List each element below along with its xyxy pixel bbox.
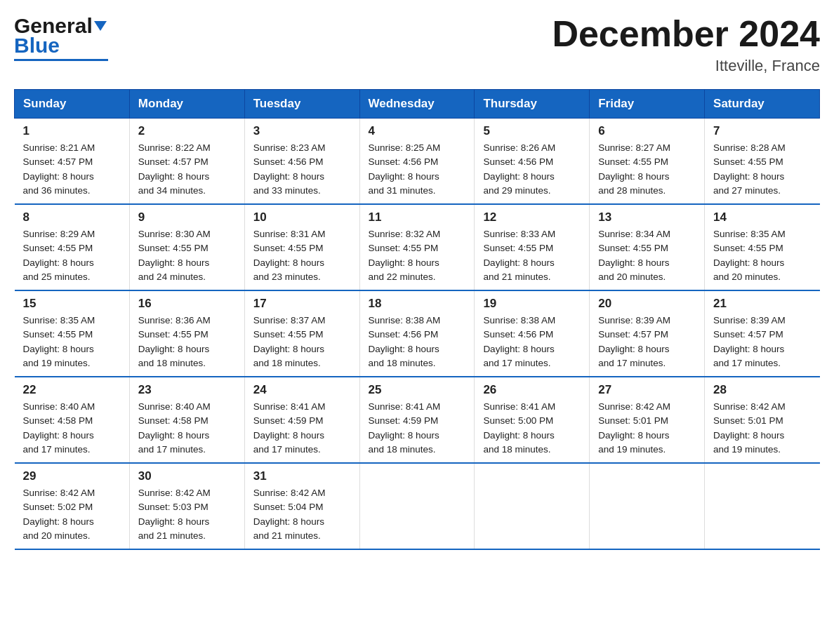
col-monday: Monday	[129, 90, 244, 119]
day-info: Sunrise: 8:34 AM Sunset: 4:55 PM Dayligh…	[598, 227, 696, 284]
month-title: December 2024	[552, 14, 820, 54]
day-info: Sunrise: 8:27 AM Sunset: 4:55 PM Dayligh…	[598, 141, 696, 198]
calendar-wrapper: Sunday Monday Tuesday Wednesday Thursday…	[14, 89, 820, 550]
calendar-cell	[705, 463, 820, 549]
calendar-cell: 5Sunrise: 8:26 AM Sunset: 4:56 PM Daylig…	[475, 119, 590, 205]
calendar-cell: 14Sunrise: 8:35 AM Sunset: 4:55 PM Dayli…	[705, 204, 820, 290]
calendar-cell: 30Sunrise: 8:42 AM Sunset: 5:03 PM Dayli…	[129, 463, 244, 549]
calendar-cell: 18Sunrise: 8:38 AM Sunset: 4:56 PM Dayli…	[359, 290, 475, 377]
day-info: Sunrise: 8:36 AM Sunset: 4:55 PM Dayligh…	[138, 314, 236, 370]
calendar-week-row: 22Sunrise: 8:40 AM Sunset: 4:58 PM Dayli…	[15, 377, 820, 463]
day-info: Sunrise: 8:40 AM Sunset: 4:58 PM Dayligh…	[138, 400, 236, 457]
calendar-cell: 8Sunrise: 8:29 AM Sunset: 4:55 PM Daylig…	[15, 204, 130, 290]
day-number: 12	[483, 210, 581, 224]
day-info: Sunrise: 8:30 AM Sunset: 4:55 PM Dayligh…	[138, 227, 236, 284]
day-number: 19	[483, 297, 581, 311]
calendar-cell: 4Sunrise: 8:25 AM Sunset: 4:56 PM Daylig…	[359, 119, 475, 205]
calendar-cell: 19Sunrise: 8:38 AM Sunset: 4:56 PM Dayli…	[475, 290, 590, 377]
col-tuesday: Tuesday	[244, 90, 359, 119]
calendar-cell: 11Sunrise: 8:32 AM Sunset: 4:55 PM Dayli…	[359, 204, 475, 290]
calendar-week-row: 29Sunrise: 8:42 AM Sunset: 5:02 PM Dayli…	[15, 463, 820, 549]
calendar-cell: 20Sunrise: 8:39 AM Sunset: 4:57 PM Dayli…	[590, 290, 705, 377]
col-saturday: Saturday	[705, 90, 820, 119]
logo-blue-row: Blue	[14, 34, 60, 58]
day-info: Sunrise: 8:25 AM Sunset: 4:56 PM Dayligh…	[369, 141, 466, 198]
day-number: 23	[138, 383, 236, 397]
day-info: Sunrise: 8:41 AM Sunset: 4:59 PM Dayligh…	[369, 400, 466, 457]
calendar-cell: 31Sunrise: 8:42 AM Sunset: 5:04 PM Dayli…	[244, 463, 359, 549]
day-number: 22	[23, 383, 121, 397]
calendar-cell: 15Sunrise: 8:35 AM Sunset: 4:55 PM Dayli…	[15, 290, 130, 377]
day-info: Sunrise: 8:41 AM Sunset: 4:59 PM Dayligh…	[253, 400, 351, 457]
day-number: 29	[23, 469, 121, 483]
day-info: Sunrise: 8:39 AM Sunset: 4:57 PM Dayligh…	[598, 314, 696, 370]
day-number: 28	[713, 383, 811, 397]
day-number: 25	[369, 383, 466, 397]
title-area: December 2024 Itteville, France	[552, 14, 820, 75]
day-info: Sunrise: 8:22 AM Sunset: 4:57 PM Dayligh…	[138, 141, 236, 198]
calendar-cell	[359, 463, 475, 549]
col-thursday: Thursday	[475, 90, 590, 119]
day-info: Sunrise: 8:32 AM Sunset: 4:55 PM Dayligh…	[369, 227, 466, 284]
day-info: Sunrise: 8:29 AM Sunset: 4:55 PM Dayligh…	[23, 227, 121, 284]
day-info: Sunrise: 8:33 AM Sunset: 4:55 PM Dayligh…	[483, 227, 581, 284]
calendar-week-row: 15Sunrise: 8:35 AM Sunset: 4:55 PM Dayli…	[15, 290, 820, 377]
calendar-cell: 2Sunrise: 8:22 AM Sunset: 4:57 PM Daylig…	[129, 119, 244, 205]
day-number: 24	[253, 383, 351, 397]
day-info: Sunrise: 8:41 AM Sunset: 5:00 PM Dayligh…	[483, 400, 581, 457]
calendar-cell: 7Sunrise: 8:28 AM Sunset: 4:55 PM Daylig…	[705, 119, 820, 205]
day-number: 7	[713, 124, 811, 138]
col-friday: Friday	[590, 90, 705, 119]
day-info: Sunrise: 8:35 AM Sunset: 4:55 PM Dayligh…	[713, 227, 811, 284]
calendar-cell: 3Sunrise: 8:23 AM Sunset: 4:56 PM Daylig…	[244, 119, 359, 205]
calendar-cell: 24Sunrise: 8:41 AM Sunset: 4:59 PM Dayli…	[244, 377, 359, 463]
day-number: 30	[138, 469, 236, 483]
calendar-week-row: 1Sunrise: 8:21 AM Sunset: 4:57 PM Daylig…	[15, 119, 820, 205]
day-info: Sunrise: 8:35 AM Sunset: 4:55 PM Dayligh…	[23, 314, 121, 370]
day-number: 17	[253, 297, 351, 311]
day-number: 6	[598, 124, 696, 138]
calendar-table: Sunday Monday Tuesday Wednesday Thursday…	[14, 89, 820, 550]
calendar-cell: 16Sunrise: 8:36 AM Sunset: 4:55 PM Dayli…	[129, 290, 244, 377]
day-number: 21	[713, 297, 811, 311]
calendar-week-row: 8Sunrise: 8:29 AM Sunset: 4:55 PM Daylig…	[15, 204, 820, 290]
calendar-cell: 10Sunrise: 8:31 AM Sunset: 4:55 PM Dayli…	[244, 204, 359, 290]
calendar-cell: 27Sunrise: 8:42 AM Sunset: 5:01 PM Dayli…	[590, 377, 705, 463]
day-number: 2	[138, 124, 236, 138]
day-number: 9	[138, 210, 236, 224]
calendar-cell: 29Sunrise: 8:42 AM Sunset: 5:02 PM Dayli…	[15, 463, 130, 549]
day-info: Sunrise: 8:42 AM Sunset: 5:02 PM Dayligh…	[23, 486, 121, 543]
logo-underline	[14, 59, 108, 61]
day-info: Sunrise: 8:39 AM Sunset: 4:57 PM Dayligh…	[713, 314, 811, 370]
logo-blue: Blue	[14, 34, 60, 58]
day-number: 10	[253, 210, 351, 224]
day-info: Sunrise: 8:38 AM Sunset: 4:56 PM Dayligh…	[483, 314, 581, 370]
calendar-cell	[475, 463, 590, 549]
calendar-body: 1Sunrise: 8:21 AM Sunset: 4:57 PM Daylig…	[15, 119, 820, 550]
col-sunday: Sunday	[15, 90, 130, 119]
page-header: General December 2024 Itteville, France	[14, 14, 820, 75]
day-number: 20	[598, 297, 696, 311]
day-info: Sunrise: 8:42 AM Sunset: 5:01 PM Dayligh…	[598, 400, 696, 457]
calendar-cell: 22Sunrise: 8:40 AM Sunset: 4:58 PM Dayli…	[15, 377, 130, 463]
day-info: Sunrise: 8:42 AM Sunset: 5:03 PM Dayligh…	[138, 486, 236, 543]
calendar-cell: 25Sunrise: 8:41 AM Sunset: 4:59 PM Dayli…	[359, 377, 475, 463]
day-info: Sunrise: 8:23 AM Sunset: 4:56 PM Dayligh…	[253, 141, 351, 198]
calendar-cell: 9Sunrise: 8:30 AM Sunset: 4:55 PM Daylig…	[129, 204, 244, 290]
calendar-cell: 21Sunrise: 8:39 AM Sunset: 4:57 PM Dayli…	[705, 290, 820, 377]
day-number: 27	[598, 383, 696, 397]
day-info: Sunrise: 8:28 AM Sunset: 4:55 PM Dayligh…	[713, 141, 811, 198]
day-info: Sunrise: 8:40 AM Sunset: 4:58 PM Dayligh…	[23, 400, 121, 457]
calendar-cell: 23Sunrise: 8:40 AM Sunset: 4:58 PM Dayli…	[129, 377, 244, 463]
day-number: 14	[713, 210, 811, 224]
calendar-cell: 12Sunrise: 8:33 AM Sunset: 4:55 PM Dayli…	[475, 204, 590, 290]
calendar-cell	[590, 463, 705, 549]
day-number: 8	[23, 210, 121, 224]
day-info: Sunrise: 8:37 AM Sunset: 4:55 PM Dayligh…	[253, 314, 351, 370]
day-number: 26	[483, 383, 581, 397]
day-number: 31	[253, 469, 351, 483]
day-info: Sunrise: 8:42 AM Sunset: 5:04 PM Dayligh…	[253, 486, 351, 543]
calendar-header: Sunday Monday Tuesday Wednesday Thursday…	[15, 90, 820, 119]
day-number: 13	[598, 210, 696, 224]
calendar-cell: 6Sunrise: 8:27 AM Sunset: 4:55 PM Daylig…	[590, 119, 705, 205]
